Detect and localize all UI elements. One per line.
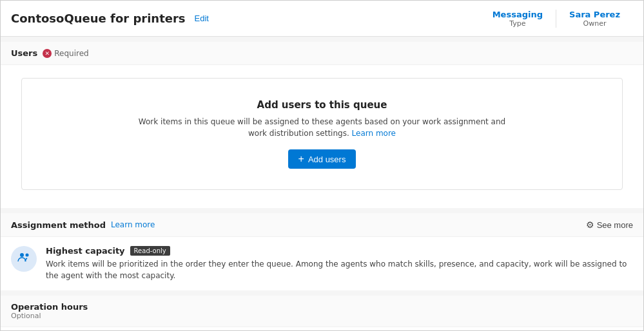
assignment-learn-more-link[interactable]: Learn more [111, 220, 155, 229]
assignment-desc: Work items will be prioritized in the or… [46, 258, 633, 281]
header-owner-label: Owner [569, 19, 620, 28]
edit-button[interactable]: Edit [192, 12, 211, 24]
add-users-desc: Work items in this queue will be assigne… [135, 116, 509, 139]
assignment-title: Assignment method [11, 220, 106, 230]
header-right: Messaging Type Sara Perez Owner [480, 10, 633, 28]
operation-content: Set your operation hours Choose the days… [1, 327, 643, 330]
users-title: Users [11, 48, 37, 58]
assignment-header: Assignment method Learn more ⚙ See more [1, 213, 643, 237]
main-content: Users ✕ Required Add users to this queue… [1, 37, 643, 330]
read-only-badge: Read-only [130, 246, 170, 256]
svg-point-1 [26, 254, 29, 257]
assignment-method-name: Highest capacity [46, 246, 125, 256]
header-owner: Sara Perez Owner [556, 10, 633, 28]
add-users-button-label: Add users [308, 155, 346, 164]
operation-section: Operation hours Optional Set your operat… [1, 296, 643, 330]
add-users-plus-icon: + [298, 154, 304, 164]
see-more-label: See more [597, 220, 633, 230]
add-users-box: Add users to this queue Work items in th… [21, 78, 623, 190]
see-more-button[interactable]: ⚙ See more [586, 220, 633, 230]
operation-header: Operation hours Optional [1, 296, 643, 327]
users-section-header: Users ✕ Required [1, 42, 643, 65]
assignment-section: Assignment method Learn more ⚙ See more [1, 213, 643, 290]
header-type-value: Messaging [493, 10, 543, 19]
add-users-button[interactable]: + Add users [288, 149, 356, 169]
users-title-row: Users ✕ Required [11, 48, 89, 58]
add-users-learn-more-link[interactable]: Learn more [352, 129, 396, 138]
gear-icon: ⚙ [586, 220, 594, 230]
header-type-label: Type [493, 19, 543, 28]
svg-point-0 [20, 253, 24, 257]
required-icon: ✕ [43, 49, 52, 58]
page-wrapper: ContosoQueue for printers Edit Messaging… [0, 0, 644, 331]
operation-subtitle: Optional [11, 312, 633, 320]
add-users-desc-text: Work items in this queue will be assigne… [139, 117, 505, 138]
operation-title: Operation hours [11, 302, 633, 312]
required-label: Required [54, 49, 88, 58]
assignment-header-left: Assignment method Learn more [11, 220, 155, 230]
assignment-icon-box [11, 246, 37, 272]
page-header: ContosoQueue for printers Edit Messaging… [1, 1, 643, 37]
assignment-method-title-row: Highest capacity Read-only [46, 246, 633, 256]
assignment-content: Highest capacity Read-only Work items wi… [1, 237, 643, 290]
header-type: Messaging Type [480, 10, 556, 28]
users-section: Users ✕ Required Add users to this queue… [1, 42, 643, 208]
required-badge: ✕ Required [43, 49, 88, 58]
page-title: ContosoQueue for printers [11, 12, 186, 25]
add-users-title: Add users to this queue [257, 99, 387, 111]
assignment-text: Highest capacity Read-only Work items wi… [46, 246, 633, 281]
users-content: Add users to this queue Work items in th… [1, 65, 643, 208]
header-left: ContosoQueue for printers Edit [11, 12, 211, 25]
assignment-method-icon [17, 251, 31, 267]
header-owner-value: Sara Perez [569, 10, 620, 19]
